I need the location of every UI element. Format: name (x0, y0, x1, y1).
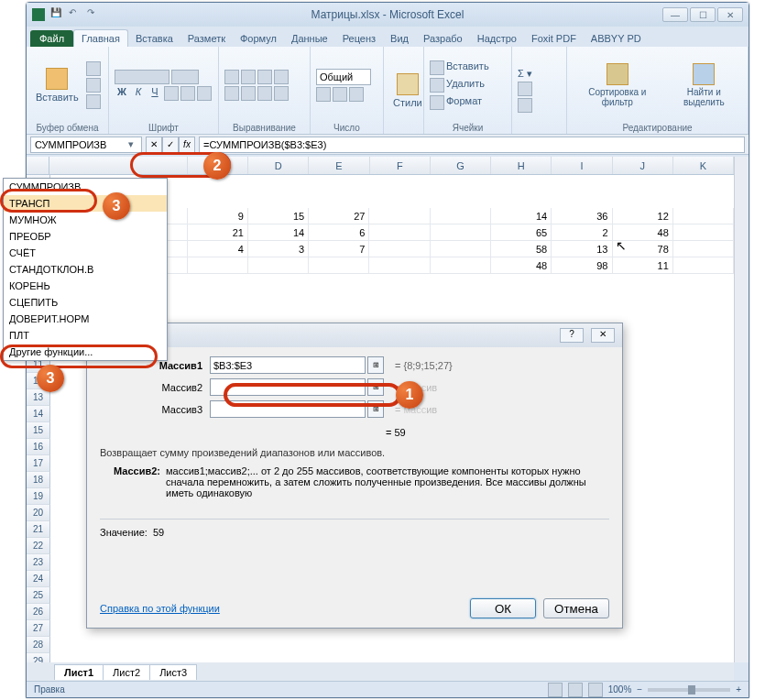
insert-cells-button[interactable]: Вставить (430, 60, 489, 75)
autosum-icon[interactable]: Σ ▾ (518, 68, 532, 80)
maximize-button[interactable]: ☐ (690, 7, 716, 22)
format-painter-icon[interactable] (86, 94, 101, 109)
sheet-tab[interactable]: Лист3 (149, 664, 197, 680)
formula-input[interactable]: =СУММПРОИЗВ($B3:$E3) (199, 137, 745, 153)
dialog-help-button[interactable]: ? (560, 328, 584, 343)
arg3-range-picker-icon[interactable]: ⊞ (367, 400, 384, 418)
zoom-out-button[interactable]: − (637, 684, 642, 695)
indent-icon[interactable] (274, 86, 289, 101)
save-icon[interactable]: 💾 (50, 7, 65, 22)
fn-item[interactable]: СУММПРОИЗВ (4, 179, 167, 195)
align-center-icon[interactable] (241, 86, 256, 101)
tab-file[interactable]: Файл (30, 30, 73, 47)
fn-item[interactable]: СЧЁТ (4, 245, 167, 261)
copy-icon[interactable] (86, 78, 101, 93)
font-size-combo[interactable] (171, 70, 199, 84)
tab-addins[interactable]: Надстро (470, 30, 524, 47)
name-box-dropdown-icon[interactable]: ▾ (125, 138, 137, 150)
col-header-e[interactable]: E (309, 157, 369, 174)
tab-view[interactable]: Вид (383, 30, 416, 47)
col-header-f[interactable]: F (370, 157, 431, 174)
minimize-button[interactable]: — (662, 7, 688, 22)
fn-item-more-functions[interactable]: Другие функции... (4, 344, 167, 360)
tab-data[interactable]: Данные (284, 30, 335, 47)
orientation-icon[interactable] (274, 70, 289, 84)
fn-item[interactable]: ПЛТ (4, 327, 167, 344)
group-editing-label: Редактирование (573, 122, 742, 133)
cancel-formula-button[interactable]: ✕ (146, 137, 162, 153)
select-all-corner[interactable] (27, 157, 49, 174)
fn-item[interactable]: ДОВЕРИТ.НОРМ (4, 311, 167, 327)
currency-icon[interactable] (316, 87, 331, 102)
cut-icon[interactable] (86, 61, 101, 76)
enter-formula-button[interactable]: ✓ (162, 137, 179, 153)
tab-foxit[interactable]: Foxit PDF (524, 30, 584, 47)
redo-icon[interactable]: ↷ (87, 7, 102, 22)
delete-cells-button[interactable]: Удалить (430, 78, 489, 93)
fn-item[interactable]: КОРЕНЬ (4, 278, 167, 294)
styles-button[interactable]: Стили (389, 71, 426, 110)
zoom-in-button[interactable]: + (736, 684, 741, 695)
view-layout-icon[interactable] (568, 683, 583, 697)
fn-item-transp[interactable]: ТРАНСП (4, 195, 167, 212)
fill-icon[interactable] (518, 82, 532, 96)
col-header-j[interactable]: J (613, 157, 673, 174)
col-header-d[interactable]: D (248, 157, 309, 174)
tab-layout[interactable]: Разметк (180, 30, 233, 47)
cancel-button[interactable]: Отмена (543, 598, 609, 618)
view-normal-icon[interactable] (548, 683, 563, 697)
percent-icon[interactable] (333, 87, 347, 102)
close-button[interactable]: ✕ (717, 7, 743, 22)
align-middle-icon[interactable] (241, 70, 256, 84)
clear-icon[interactable] (518, 98, 532, 113)
align-top-icon[interactable] (224, 70, 239, 84)
tab-review[interactable]: Реценз (335, 30, 383, 47)
border-icon[interactable] (164, 86, 179, 101)
fn-item[interactable]: МУМНОЖ (4, 212, 167, 228)
fn-item[interactable]: СЦЕПИТЬ (4, 294, 167, 311)
comma-icon[interactable] (349, 87, 364, 102)
view-break-icon[interactable] (588, 683, 603, 697)
tab-developer[interactable]: Разрабо (416, 30, 470, 47)
arg3-input[interactable] (210, 400, 366, 418)
find-select-button[interactable]: Найти и выделить (666, 61, 742, 109)
vertical-scrollbar[interactable] (734, 157, 749, 662)
tab-insert[interactable]: Вставка (128, 30, 180, 47)
arg1-range-picker-icon[interactable]: ⊞ (367, 356, 384, 374)
format-cells-button[interactable]: Формат (430, 95, 489, 110)
arg2-input[interactable] (210, 378, 366, 396)
insert-function-button[interactable]: fx (179, 137, 195, 153)
undo-icon[interactable]: ↶ (69, 7, 83, 22)
paste-button[interactable]: Вставить (32, 66, 82, 104)
tab-abbyy[interactable]: ABBYY PD (584, 30, 649, 47)
arg2-range-picker-icon[interactable]: ⊞ (367, 378, 384, 396)
name-box[interactable]: СУММПРОИЗВ ▾ (30, 137, 142, 153)
font-color-icon[interactable] (197, 86, 212, 101)
number-format-combo[interactable]: Общий (316, 69, 371, 85)
underline-button[interactable]: Ч (148, 86, 162, 101)
col-header-i[interactable]: I (552, 157, 612, 174)
col-header[interactable] (49, 157, 188, 174)
italic-button[interactable]: К (131, 86, 146, 101)
align-left-icon[interactable] (224, 86, 239, 101)
col-header-k[interactable]: K (673, 157, 734, 174)
function-help-link[interactable]: Справка по этой функции (100, 603, 220, 614)
sort-filter-button[interactable]: Сортировка и фильтр (573, 61, 662, 109)
sheet-tab[interactable]: Лист1 (54, 664, 104, 680)
fill-color-icon[interactable] (180, 86, 195, 101)
arg1-input[interactable] (210, 356, 366, 374)
col-header-g[interactable]: G (431, 157, 491, 174)
bold-button[interactable]: Ж (115, 86, 129, 101)
ok-button[interactable]: ОК (470, 598, 536, 618)
tab-formulas[interactable]: Формул (233, 30, 284, 47)
dialog-close-button[interactable]: ✕ (591, 328, 615, 343)
align-right-icon[interactable] (257, 86, 272, 101)
font-name-combo[interactable] (115, 70, 169, 84)
align-bottom-icon[interactable] (257, 70, 272, 84)
zoom-slider[interactable] (648, 688, 730, 692)
fn-item[interactable]: СТАНДОТКЛОН.В (4, 261, 167, 278)
col-header-h[interactable]: H (491, 157, 552, 174)
sheet-tab[interactable]: Лист2 (103, 664, 150, 680)
tab-home[interactable]: Главная (73, 29, 128, 47)
fn-item[interactable]: ПРЕОБР (4, 228, 167, 245)
